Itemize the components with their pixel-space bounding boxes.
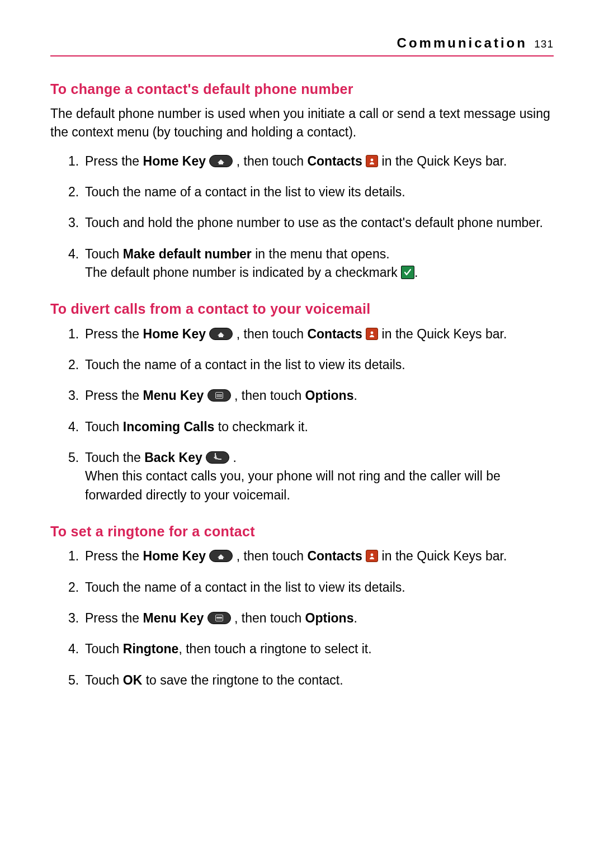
- steps-divert-calls: Press the Home Key , then touch Contacts…: [74, 325, 554, 504]
- contacts-icon: [366, 155, 378, 167]
- text: Touch: [85, 641, 123, 656]
- text: Press the: [85, 611, 143, 625]
- text: Touch and hold the phone number to use a…: [85, 215, 543, 230]
- step: Touch the name of a contact in the list …: [74, 356, 554, 374]
- text: Touch: [85, 247, 123, 261]
- step: Touch the name of a contact in the list …: [74, 183, 554, 201]
- text: .: [414, 265, 418, 280]
- contacts-icon: [366, 328, 378, 340]
- heading-divert-calls: To divert calls from a contact to your v…: [50, 299, 554, 319]
- text: .: [353, 611, 357, 625]
- text: Touch the name of a contact in the list …: [85, 185, 405, 199]
- text: .: [233, 450, 237, 465]
- home-key-label: Home Key: [143, 549, 206, 563]
- text: .: [353, 388, 357, 403]
- text: to save the ringtone to the contact.: [142, 673, 343, 687]
- svg-point-2: [371, 554, 374, 556]
- step: Press the Home Key , then touch Contacts…: [74, 325, 554, 343]
- incoming-calls-label: Incoming Calls: [123, 419, 215, 434]
- step: Press the Menu Key , then touch Options.: [74, 386, 554, 405]
- home-key-label: Home Key: [143, 154, 206, 168]
- page-number: 131: [534, 38, 554, 50]
- text: , then touch: [237, 549, 308, 563]
- contacts-label: Contacts: [307, 327, 362, 341]
- text: Touch: [85, 419, 123, 434]
- home-key-icon: [209, 155, 233, 167]
- make-default-label: Make default number: [123, 247, 252, 261]
- text: Press the: [85, 327, 143, 341]
- text: in the Quick Keys bar.: [382, 549, 507, 563]
- step: Touch OK to save the ringtone to the con…: [74, 671, 554, 690]
- step: Touch and hold the phone number to use a…: [74, 214, 554, 232]
- options-label: Options: [305, 388, 354, 403]
- contacts-label: Contacts: [307, 549, 362, 563]
- ringtone-label: Ringtone: [123, 641, 179, 656]
- text: Press the: [85, 549, 143, 563]
- text: Press the: [85, 154, 143, 168]
- step: Press the Home Key , then touch Contacts…: [74, 152, 554, 171]
- heading-set-ringtone: To set a ringtone for a contact: [50, 521, 554, 541]
- home-key-label: Home Key: [143, 327, 206, 341]
- step: Touch the name of a contact in the list …: [74, 578, 554, 597]
- svg-point-1: [371, 331, 374, 334]
- ok-label: OK: [123, 673, 143, 687]
- text: Touch the: [85, 450, 144, 465]
- contacts-icon: [366, 550, 378, 562]
- text: , then touch a ringtone to select it.: [178, 641, 371, 656]
- text: Touch the name of a contact in the list …: [85, 580, 405, 595]
- text: in the menu that opens.: [252, 247, 390, 261]
- step: Touch the Back Key . When this contact c…: [74, 449, 554, 504]
- heading-change-default: To change a contact's default phone numb…: [50, 79, 554, 99]
- text: in the Quick Keys bar.: [382, 327, 507, 341]
- options-label: Options: [305, 611, 354, 625]
- text: to checkmark it.: [214, 419, 308, 434]
- steps-change-default: Press the Home Key , then touch Contacts…: [74, 152, 554, 282]
- text: The default phone number is indicated by…: [85, 265, 401, 280]
- page-header: Communication 131: [50, 34, 554, 56]
- text: in the Quick Keys bar.: [382, 154, 507, 168]
- step: Touch Ringtone, then touch a ringtone to…: [74, 640, 554, 658]
- text: , then touch: [237, 327, 308, 341]
- menu-key-label: Menu Key: [143, 611, 204, 625]
- step: Press the Home Key , then touch Contacts…: [74, 547, 554, 565]
- step: Touch Make default number in the menu th…: [74, 245, 554, 282]
- menu-key-label: Menu Key: [143, 388, 204, 403]
- text: Touch the name of a contact in the list …: [85, 357, 405, 372]
- home-key-icon: [209, 550, 233, 562]
- text: , then touch: [234, 611, 305, 625]
- text: When this contact calls you, your phone …: [85, 467, 554, 504]
- step: Press the Menu Key , then touch Options.: [74, 609, 554, 628]
- text: Press the: [85, 388, 143, 403]
- checkmark-icon: [401, 266, 414, 279]
- menu-key-icon: [207, 612, 231, 624]
- step: Touch Incoming Calls to checkmark it.: [74, 418, 554, 436]
- steps-set-ringtone: Press the Home Key , then touch Contacts…: [74, 547, 554, 690]
- intro-change-default: The default phone number is used when yo…: [50, 105, 554, 142]
- text: , then touch: [234, 388, 305, 403]
- home-key-icon: [209, 328, 233, 340]
- text: Touch: [85, 673, 123, 687]
- svg-point-0: [371, 158, 374, 161]
- page-header-title: Communication: [397, 35, 527, 50]
- back-key-label: Back Key: [144, 450, 202, 465]
- menu-key-icon: [207, 389, 231, 402]
- contacts-label: Contacts: [307, 154, 362, 168]
- back-key-icon: [206, 451, 229, 464]
- text: , then touch: [237, 154, 308, 168]
